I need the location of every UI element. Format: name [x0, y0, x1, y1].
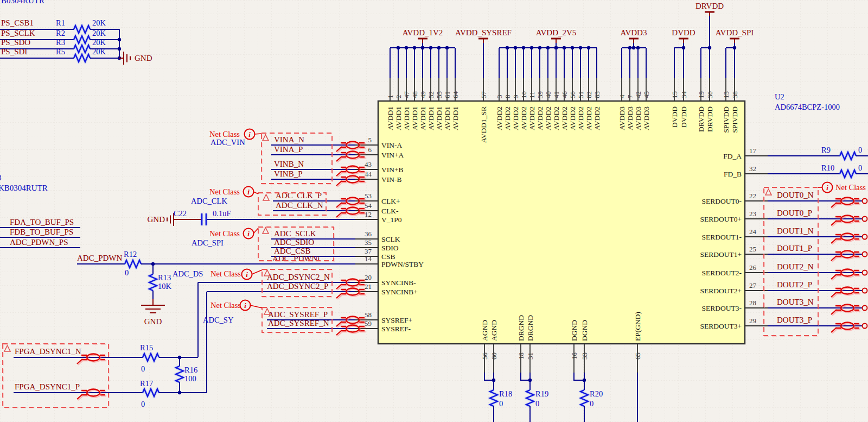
gnd-label[interactable]: GND: [148, 215, 165, 224]
pin-name: DVDD: [680, 106, 688, 128]
net-class-link[interactable]: [254, 134, 261, 134]
resistor-designator[interactable]: R13: [158, 273, 171, 282]
net-label[interactable]: DOUT3_N: [777, 298, 814, 306]
pin-number: 44: [365, 170, 372, 178]
net-label[interactable]: VINA_N: [274, 135, 304, 144]
resistor-designator[interactable]: R18: [499, 389, 512, 398]
schematic-sheet[interactable]: U2AD6674BCPZ-10001AVDD12AVDD147AVDD148AV…: [0, 0, 868, 422]
resistor-value[interactable]: 0: [858, 146, 862, 154]
resistor-designator[interactable]: R3: [56, 38, 65, 47]
net-class-label[interactable]: Net Class: [209, 130, 240, 138]
resistor-designator[interactable]: R5: [56, 47, 65, 56]
resistor-designator[interactable]: R2: [56, 29, 65, 37]
net-class-name[interactable]: ADC_CLK: [191, 197, 227, 205]
net-label[interactable]: DOUT1_P: [777, 244, 812, 253]
net-label[interactable]: DOUT1_N: [777, 226, 814, 235]
resistor-value[interactable]: 20K: [92, 47, 106, 56]
resistor-designator[interactable]: R20: [590, 389, 603, 398]
gnd-label[interactable]: GND: [135, 54, 152, 62]
net-label[interactable]: FPGA_DSYNC1_N: [15, 347, 81, 356]
net-label[interactable]: ADC_DSYNC2_N: [267, 273, 330, 281]
resistor-value[interactable]: 0: [858, 163, 862, 172]
power-rail-label[interactable]: AVDD_SPI: [716, 28, 754, 37]
pin-name: SYNCINB-: [381, 279, 416, 287]
resistor-designator[interactable]: R12: [124, 250, 137, 259]
resistor-value[interactable]: 20K: [92, 29, 106, 37]
ic-body-u2[interactable]: [378, 101, 745, 344]
net-label[interactable]: DOUT3_P: [777, 316, 812, 324]
net-label[interactable]: PS_CSB1: [1, 18, 34, 27]
net-label[interactable]: VINB_P: [274, 169, 303, 178]
resistor-designator[interactable]: R9: [821, 146, 831, 154]
net-label[interactable]: ADC_SCLK: [274, 229, 316, 238]
resistor-value[interactable]: 0: [141, 364, 145, 373]
info-icon[interactable]: i: [247, 230, 250, 238]
net-class-name[interactable]: ADC_DS: [173, 269, 203, 278]
resistor-designator[interactable]: R15: [140, 343, 153, 352]
gnd-label[interactable]: GND: [144, 317, 162, 326]
net-label[interactable]: PS_SDI: [1, 47, 27, 56]
net-label[interactable]: ADC_PDWN: [77, 254, 123, 262]
resistor-designator[interactable]: R10: [821, 163, 834, 172]
net-label[interactable]: FPGA_DSYNC1_P: [15, 382, 80, 391]
info-icon[interactable]: i: [248, 130, 251, 138]
net-class-label[interactable]: Net Class: [210, 269, 241, 278]
power-rail-label[interactable]: DRVDD: [695, 2, 724, 10]
net-label[interactable]: ADC_SDIO: [274, 238, 314, 247]
power-rail-label[interactable]: DVDD: [672, 28, 695, 37]
resistor-designator[interactable]: R19: [535, 389, 548, 398]
net-class-label[interactable]: Net Class: [835, 183, 866, 192]
power-rail-label[interactable]: AVDD3: [621, 28, 647, 37]
pin-number: 27: [749, 281, 757, 289]
port-label[interactable]: ADC_PDWN_PS: [10, 238, 68, 247]
net-label[interactable]: ADC_CLK_P: [276, 191, 322, 200]
resistor-value[interactable]: 0: [535, 399, 539, 408]
power-rail-label[interactable]: AVDD_1V2: [403, 28, 443, 37]
ic-designator[interactable]: U2: [775, 92, 784, 101]
port-label[interactable]: FDB_TO_BUF_PS: [10, 228, 73, 236]
net-class-name[interactable]: ADC_SPI: [192, 238, 224, 247]
resistor-designator[interactable]: R16: [184, 366, 197, 374]
net-label[interactable]: DOUT0_P: [777, 209, 812, 217]
ic-part-number[interactable]: AD6674BCPZ-1000: [775, 103, 840, 111]
resistor-value[interactable]: 0: [141, 400, 145, 408]
power-rail-label[interactable]: AVDD_2V5: [536, 28, 577, 37]
info-icon[interactable]: i: [826, 184, 828, 192]
net-label[interactable]: DOUT2_N: [777, 262, 814, 271]
net-label[interactable]: DOUT0_N: [777, 191, 814, 199]
resistor-designator[interactable]: R17: [140, 379, 153, 388]
net-label[interactable]: ADC_SYSREF_N: [268, 319, 329, 327]
net-class-name[interactable]: ADC_SY: [203, 316, 234, 324]
net-class-label[interactable]: Net Class: [209, 187, 240, 196]
net-label[interactable]: ADC_SYSREF_P: [268, 310, 328, 319]
power-rail-label[interactable]: AVDD_SYSREF: [455, 28, 512, 37]
resistor-value[interactable]: 0: [590, 399, 593, 408]
info-icon[interactable]: i: [247, 188, 250, 196]
net-label[interactable]: PS_SDO: [1, 38, 30, 47]
net-label[interactable]: ADC_CLK_N: [276, 201, 323, 210]
port-label[interactable]: FDA_TO_BUF_PS: [10, 218, 74, 226]
net-class-name[interactable]: ADC_VIN: [210, 138, 245, 147]
cap-designator[interactable]: C22: [174, 209, 187, 218]
resistor-value[interactable]: 100: [184, 374, 196, 383]
net-label[interactable]: VINA_P: [274, 145, 303, 154]
resistor-designator[interactable]: R1: [56, 18, 65, 27]
net-label[interactable]: PS_SCLK: [1, 29, 35, 37]
pin-name: SERDOUT2+: [700, 287, 742, 295]
resistor-value[interactable]: 20K: [92, 38, 106, 47]
net-label[interactable]: VINB_N: [274, 160, 304, 168]
net-label[interactable]: ADC_PDWNi: [272, 254, 320, 263]
pin-name: SERDOUT0+: [700, 215, 742, 223]
info-icon[interactable]: i: [246, 270, 248, 279]
net-label[interactable]: ADC_DSYNC2_P: [267, 282, 328, 291]
net-label[interactable]: DOUT2_P: [777, 280, 812, 289]
resistor-value[interactable]: 0: [125, 268, 129, 277]
resistor-value[interactable]: 20K: [92, 18, 106, 27]
net-class-label[interactable]: Net Class: [209, 229, 240, 238]
pin-name: AVDD1: [451, 106, 459, 130]
info-icon[interactable]: i: [244, 301, 246, 310]
resistor-value[interactable]: 0: [499, 399, 503, 408]
cap-value[interactable]: 0.1uF: [213, 209, 231, 218]
net-class-label[interactable]: Net Class: [210, 301, 241, 310]
resistor-value[interactable]: 10K: [158, 282, 172, 291]
